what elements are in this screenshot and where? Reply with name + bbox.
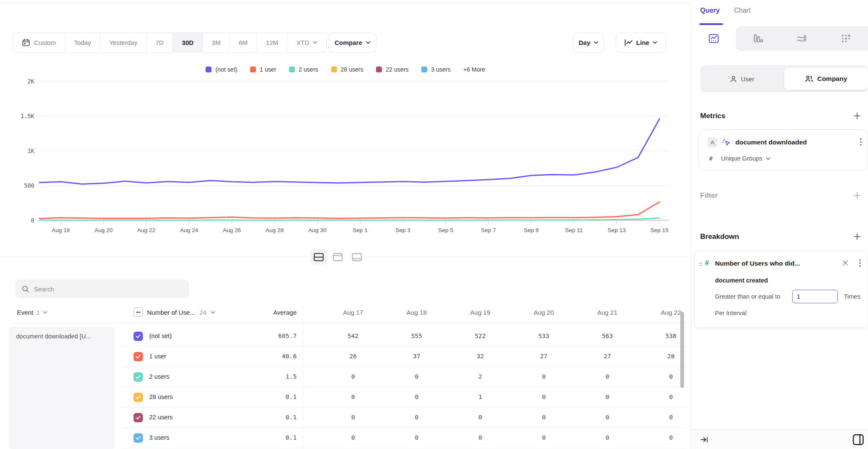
svg-text:Sep 3: Sep 3 xyxy=(395,227,410,233)
times-value-input[interactable] xyxy=(792,290,838,303)
add-metric-button[interactable] xyxy=(853,111,861,120)
group-header-label: Number of Use... xyxy=(147,309,195,316)
row-value: 32 xyxy=(448,353,512,360)
row-value: 0 xyxy=(576,394,639,400)
svg-text:Aug 20: Aug 20 xyxy=(95,227,113,233)
view-toggle-table[interactable] xyxy=(348,249,365,265)
date-column-header[interactable]: Aug 20 xyxy=(512,309,576,316)
range-6m[interactable]: 6M xyxy=(229,33,256,52)
range-30d[interactable]: 30D xyxy=(172,33,203,52)
tab-chart[interactable]: Chart xyxy=(734,7,751,14)
date-column-header[interactable]: Aug 17 xyxy=(321,309,385,316)
svg-text:Aug 22: Aug 22 xyxy=(137,227,156,233)
view-toggle-chart[interactable] xyxy=(329,249,346,265)
aggregation-selector[interactable]: Unique Groups xyxy=(721,155,771,162)
select-all-checkbox[interactable] xyxy=(134,308,143,317)
breakdown-menu-icon[interactable] xyxy=(859,259,861,269)
breakdown-condition[interactable]: Greater than or equal to xyxy=(715,293,780,300)
table-row: 1 user40.6263732272728 xyxy=(0,346,687,367)
drag-handle-icon[interactable] xyxy=(698,261,703,269)
row-average: 0.1 xyxy=(220,394,297,400)
row-average: 605.7 xyxy=(220,333,297,339)
row-average: 40.6 xyxy=(220,353,297,360)
event-count: 1 xyxy=(36,309,39,316)
svg-text:Sep 7: Sep 7 xyxy=(481,227,496,233)
matrix-tab[interactable] xyxy=(824,26,868,51)
range-today[interactable]: Today xyxy=(65,33,100,52)
close-icon[interactable] xyxy=(842,260,849,268)
check-icon xyxy=(136,375,141,379)
row-checkbox[interactable] xyxy=(134,413,143,422)
legend-item[interactable]: (not set) xyxy=(206,66,237,73)
legend-more[interactable]: +6 More xyxy=(463,66,485,73)
row-average: 0.1 xyxy=(220,414,297,421)
row-checkbox[interactable] xyxy=(134,352,143,361)
row-checkbox[interactable] xyxy=(134,393,143,402)
per-interval-selector[interactable]: Per Interval xyxy=(715,310,746,316)
add-breakdown-button[interactable] xyxy=(853,232,861,241)
date-column-header[interactable]: Aug 21 xyxy=(576,309,639,316)
range-custom[interactable]: Custom xyxy=(13,33,65,52)
add-filter-button[interactable] xyxy=(853,191,861,200)
row-label: (not set) xyxy=(149,333,172,339)
flow-chart-tab[interactable] xyxy=(780,26,824,51)
date-column-header[interactable]: Aug 19 xyxy=(448,309,512,316)
granularity-button[interactable]: Day xyxy=(573,33,604,53)
tab-query[interactable]: Query xyxy=(700,7,720,14)
metric-menu-icon[interactable] xyxy=(860,138,862,147)
average-column-header[interactable]: Average xyxy=(220,309,297,316)
legend-item[interactable]: 2 users xyxy=(289,66,318,73)
legend-item[interactable]: 3 users xyxy=(421,66,451,73)
scope-company[interactable]: Company xyxy=(784,65,868,92)
line-chart[interactable]: 05001K1.5K2KAug 18Aug 20Aug 22Aug 24Aug … xyxy=(11,77,682,235)
legend-item[interactable]: 28 users xyxy=(331,66,364,73)
collapse-panel-icon[interactable] xyxy=(700,436,708,445)
table-row: 22 users0.1000000 xyxy=(0,407,687,428)
event-header-label: Event xyxy=(17,309,33,316)
svg-text:Aug 26: Aug 26 xyxy=(223,227,241,233)
row-value: 27 xyxy=(576,353,639,360)
table-header: Event 1 Number of Use... 24 Average Aug … xyxy=(0,309,687,322)
group-column-header[interactable]: Number of Use... 24 xyxy=(134,308,215,317)
event-column-header[interactable]: Event 1 xyxy=(17,309,47,316)
legend-label: 1 user xyxy=(260,66,276,73)
row-checkbox[interactable] xyxy=(134,433,143,443)
row-checkbox[interactable] xyxy=(134,372,143,382)
metric-event-name[interactable]: document downloaded xyxy=(735,139,807,146)
bar-chart-tab[interactable] xyxy=(736,26,780,51)
table-row: 3 users0.1000000 xyxy=(0,428,687,448)
range-12m[interactable]: 12M xyxy=(256,33,287,52)
row-value: 2 xyxy=(448,373,512,380)
svg-text:Sep 9: Sep 9 xyxy=(524,227,539,233)
breakdown-event-name[interactable]: document created xyxy=(715,277,768,284)
legend-item[interactable]: 1 user xyxy=(250,66,276,73)
row-value: 538 xyxy=(639,333,687,339)
chart-type-button[interactable]: Line xyxy=(616,33,666,53)
legend-swatch xyxy=(289,67,295,72)
chart-toolbar: CustomTodayYesterday7D30D3M6M12MXTD Comp… xyxy=(0,33,691,53)
view-toggle-split[interactable] xyxy=(310,249,327,265)
chart-type-label: Line xyxy=(636,39,649,46)
row-checkbox[interactable] xyxy=(134,332,143,341)
legend-item[interactable]: 22 users xyxy=(376,66,409,73)
range-3m[interactable]: 3M xyxy=(203,33,230,52)
range-xtd[interactable]: XTD xyxy=(287,33,326,52)
range-yesterday[interactable]: Yesterday xyxy=(100,33,146,52)
range-7d[interactable]: 7D xyxy=(146,33,172,52)
bar-chart-icon xyxy=(752,33,763,44)
segmentation-chart-tab[interactable] xyxy=(692,26,736,51)
row-label: 2 users xyxy=(149,373,170,380)
date-column-header[interactable]: Aug 18 xyxy=(385,309,448,316)
table-scrollbar[interactable] xyxy=(680,312,684,388)
table-header-divider xyxy=(10,323,687,323)
breakdown-property-name[interactable]: Number of Users who did... xyxy=(715,260,800,267)
row-value: 0 xyxy=(512,394,576,400)
search-icon xyxy=(22,285,29,293)
row-value: 27 xyxy=(512,353,576,360)
compare-button[interactable]: Compare xyxy=(328,33,376,53)
row-value: 0 xyxy=(576,373,639,380)
chevron-down-icon xyxy=(366,41,370,44)
scope-user[interactable]: User xyxy=(700,65,784,92)
search-input[interactable] xyxy=(34,285,178,293)
side-panel-icon[interactable] xyxy=(852,433,865,448)
